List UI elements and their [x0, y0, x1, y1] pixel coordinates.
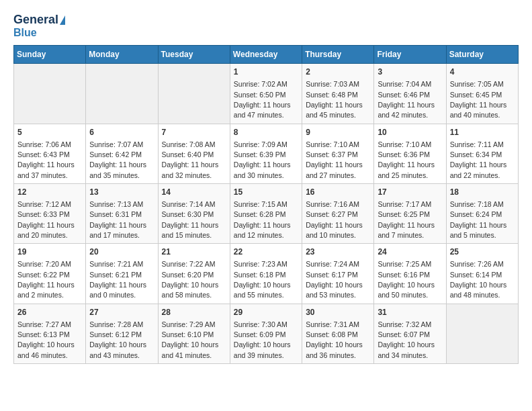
day-cell: 24Sunrise: 7:25 AM Sunset: 6:16 PM Dayli…	[374, 244, 446, 304]
day-number: 19	[17, 246, 82, 258]
logo-text-line2: Blue	[13, 27, 37, 39]
header-cell-saturday: Saturday	[446, 46, 518, 64]
day-cell	[446, 304, 518, 363]
header-cell-friday: Friday	[374, 46, 446, 64]
day-number: 29	[234, 307, 298, 318]
day-cell: 25Sunrise: 7:26 AM Sunset: 6:14 PM Dayli…	[446, 244, 518, 304]
day-number: 22	[234, 246, 298, 258]
header-cell-tuesday: Tuesday	[158, 46, 230, 64]
day-info: Sunrise: 7:20 AM Sunset: 6:22 PM Dayligh…	[17, 260, 75, 299]
day-info: Sunrise: 7:06 AM Sunset: 6:43 PM Dayligh…	[17, 140, 75, 179]
day-cell: 4Sunrise: 7:05 AM Sunset: 6:45 PM Daylig…	[446, 64, 518, 124]
day-info: Sunrise: 7:21 AM Sunset: 6:21 PM Dayligh…	[89, 260, 146, 299]
day-info: Sunrise: 7:23 AM Sunset: 6:18 PM Dayligh…	[234, 260, 291, 299]
day-number: 2	[306, 66, 370, 78]
day-number: 4	[450, 66, 515, 78]
day-number: 27	[89, 307, 154, 318]
day-number: 31	[378, 307, 442, 318]
header-cell-sunday: Sunday	[14, 46, 86, 64]
day-cell	[158, 64, 230, 124]
day-number: 8	[234, 127, 298, 138]
day-cell: 12Sunrise: 7:12 AM Sunset: 6:33 PM Dayli…	[14, 184, 86, 244]
day-number: 5	[17, 127, 82, 138]
day-info: Sunrise: 7:27 AM Sunset: 6:13 PM Dayligh…	[17, 320, 75, 359]
day-number: 28	[162, 307, 226, 318]
day-cell	[86, 64, 158, 124]
day-number: 18	[450, 187, 515, 198]
week-row-1: 1Sunrise: 7:02 AM Sunset: 6:50 PM Daylig…	[14, 64, 519, 124]
day-info: Sunrise: 7:26 AM Sunset: 6:14 PM Dayligh…	[450, 260, 507, 299]
day-info: Sunrise: 7:15 AM Sunset: 6:28 PM Dayligh…	[234, 200, 291, 239]
day-info: Sunrise: 7:12 AM Sunset: 6:33 PM Dayligh…	[17, 200, 75, 239]
calendar-body: 1Sunrise: 7:02 AM Sunset: 6:50 PM Daylig…	[14, 64, 519, 364]
header-cell-monday: Monday	[86, 46, 158, 64]
header-cell-wednesday: Wednesday	[230, 46, 302, 64]
day-info: Sunrise: 7:07 AM Sunset: 6:42 PM Dayligh…	[89, 140, 146, 179]
day-number: 13	[89, 187, 154, 198]
day-number: 20	[89, 246, 154, 258]
calendar-table: SundayMondayTuesdayWednesdayThursdayFrid…	[13, 45, 519, 364]
day-cell: 7Sunrise: 7:08 AM Sunset: 6:40 PM Daylig…	[158, 124, 230, 183]
day-cell: 19Sunrise: 7:20 AM Sunset: 6:22 PM Dayli…	[14, 244, 86, 304]
day-number: 12	[17, 187, 82, 198]
day-number: 24	[378, 246, 442, 258]
day-cell: 23Sunrise: 7:24 AM Sunset: 6:17 PM Dayli…	[302, 244, 374, 304]
day-cell: 17Sunrise: 7:17 AM Sunset: 6:25 PM Dayli…	[374, 184, 446, 244]
day-cell: 1Sunrise: 7:02 AM Sunset: 6:50 PM Daylig…	[230, 64, 302, 124]
day-cell	[14, 64, 86, 124]
day-info: Sunrise: 7:25 AM Sunset: 6:16 PM Dayligh…	[378, 260, 435, 299]
day-cell: 13Sunrise: 7:13 AM Sunset: 6:31 PM Dayli…	[86, 184, 158, 244]
day-cell: 2Sunrise: 7:03 AM Sunset: 6:48 PM Daylig…	[302, 64, 374, 124]
day-number: 17	[378, 187, 442, 198]
day-cell: 8Sunrise: 7:09 AM Sunset: 6:39 PM Daylig…	[230, 124, 302, 183]
day-number: 23	[306, 246, 370, 258]
day-info: Sunrise: 7:09 AM Sunset: 6:39 PM Dayligh…	[234, 140, 291, 179]
day-cell: 16Sunrise: 7:16 AM Sunset: 6:27 PM Dayli…	[302, 184, 374, 244]
day-number: 10	[378, 127, 442, 138]
day-cell: 6Sunrise: 7:07 AM Sunset: 6:42 PM Daylig…	[86, 124, 158, 183]
day-cell: 11Sunrise: 7:11 AM Sunset: 6:34 PM Dayli…	[446, 124, 518, 183]
day-number: 16	[306, 187, 370, 198]
day-cell: 27Sunrise: 7:28 AM Sunset: 6:12 PM Dayli…	[86, 304, 158, 363]
day-cell: 3Sunrise: 7:04 AM Sunset: 6:46 PM Daylig…	[374, 64, 446, 124]
day-info: Sunrise: 7:16 AM Sunset: 6:27 PM Dayligh…	[306, 200, 363, 239]
day-number: 9	[306, 127, 370, 138]
day-cell: 26Sunrise: 7:27 AM Sunset: 6:13 PM Dayli…	[14, 304, 86, 363]
day-info: Sunrise: 7:10 AM Sunset: 6:36 PM Dayligh…	[378, 140, 435, 179]
day-cell: 9Sunrise: 7:10 AM Sunset: 6:37 PM Daylig…	[302, 124, 374, 183]
day-number: 26	[17, 307, 82, 318]
week-row-4: 19Sunrise: 7:20 AM Sunset: 6:22 PM Dayli…	[14, 244, 519, 304]
header: General Blue	[13, 13, 519, 38]
calendar-header-row: SundayMondayTuesdayWednesdayThursdayFrid…	[14, 46, 519, 64]
day-cell: 31Sunrise: 7:32 AM Sunset: 6:07 PM Dayli…	[374, 304, 446, 363]
day-number: 6	[89, 127, 154, 138]
week-row-2: 5Sunrise: 7:06 AM Sunset: 6:43 PM Daylig…	[14, 124, 519, 183]
day-info: Sunrise: 7:03 AM Sunset: 6:48 PM Dayligh…	[306, 80, 363, 119]
day-number: 15	[234, 187, 298, 198]
day-info: Sunrise: 7:18 AM Sunset: 6:24 PM Dayligh…	[450, 200, 507, 239]
day-cell: 22Sunrise: 7:23 AM Sunset: 6:18 PM Dayli…	[230, 244, 302, 304]
day-info: Sunrise: 7:10 AM Sunset: 6:37 PM Dayligh…	[306, 140, 363, 179]
logo-text-line1: General	[13, 13, 65, 27]
logo: General Blue	[13, 13, 65, 38]
day-cell: 5Sunrise: 7:06 AM Sunset: 6:43 PM Daylig…	[14, 124, 86, 183]
day-cell: 14Sunrise: 7:14 AM Sunset: 6:30 PM Dayli…	[158, 184, 230, 244]
day-info: Sunrise: 7:11 AM Sunset: 6:34 PM Dayligh…	[450, 140, 507, 179]
day-info: Sunrise: 7:05 AM Sunset: 6:45 PM Dayligh…	[450, 80, 507, 119]
day-cell: 21Sunrise: 7:22 AM Sunset: 6:20 PM Dayli…	[158, 244, 230, 304]
day-cell: 29Sunrise: 7:30 AM Sunset: 6:09 PM Dayli…	[230, 304, 302, 363]
day-info: Sunrise: 7:24 AM Sunset: 6:17 PM Dayligh…	[306, 260, 363, 299]
day-number: 14	[162, 187, 226, 198]
day-number: 11	[450, 127, 515, 138]
day-info: Sunrise: 7:13 AM Sunset: 6:31 PM Dayligh…	[89, 200, 146, 239]
day-number: 7	[162, 127, 226, 138]
day-cell: 18Sunrise: 7:18 AM Sunset: 6:24 PM Dayli…	[446, 184, 518, 244]
day-number: 30	[306, 307, 370, 318]
day-cell: 28Sunrise: 7:29 AM Sunset: 6:10 PM Dayli…	[158, 304, 230, 363]
day-info: Sunrise: 7:22 AM Sunset: 6:20 PM Dayligh…	[162, 260, 219, 299]
week-row-3: 12Sunrise: 7:12 AM Sunset: 6:33 PM Dayli…	[14, 184, 519, 244]
week-row-5: 26Sunrise: 7:27 AM Sunset: 6:13 PM Dayli…	[14, 304, 519, 363]
day-number: 1	[234, 66, 298, 78]
day-info: Sunrise: 7:02 AM Sunset: 6:50 PM Dayligh…	[234, 80, 291, 119]
day-info: Sunrise: 7:14 AM Sunset: 6:30 PM Dayligh…	[162, 200, 219, 239]
